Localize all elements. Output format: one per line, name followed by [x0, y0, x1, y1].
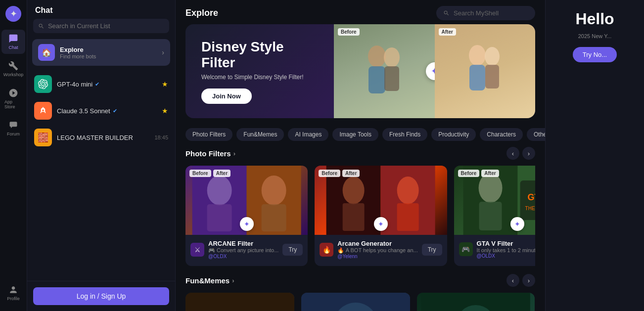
- section-arrow-fun-icon: ›: [232, 277, 234, 284]
- verified-badge-gpt4o: ✔: [95, 81, 99, 88]
- cat-tab-characters[interactable]: Characters: [480, 128, 523, 141]
- card-bot-avatar-arcane2: 🔥: [320, 243, 333, 257]
- chat-item-gpt4o[interactable]: GPT-4o mini ✔ ★: [27, 71, 175, 97]
- cat-tab-others[interactable]: Others: [527, 128, 545, 141]
- section-next-btn-fun[interactable]: ›: [522, 274, 535, 287]
- card-bot-row-arcane2: 🔥 Arcane Generator 🔥 A BOT helps you cha…: [320, 240, 442, 259]
- hero-after-image: After: [435, 24, 536, 118]
- try-now-button[interactable]: Try No...: [573, 47, 617, 62]
- card-ai-tattoo[interactable]: ✦ Tattoo 🎨 AI Tattoo Master Ai Tattoo Ma…: [185, 293, 294, 311]
- svg-point-22: [478, 173, 502, 203]
- hero-before-badge: Before: [338, 28, 360, 36]
- hero-join-button[interactable]: Join Now: [201, 89, 252, 104]
- section-prev-btn-fun[interactable]: ‹: [506, 274, 519, 287]
- chat-time-lego: 18:45: [154, 134, 168, 140]
- card-bot-name-arcane2: Arcane Generator: [337, 240, 417, 247]
- svg-rect-1: [368, 66, 385, 93]
- sidebar-item-appstore[interactable]: App Store: [1, 84, 25, 113]
- sidebar-footer: Log in / Sign Up: [27, 281, 175, 311]
- svg-rect-23: [479, 202, 502, 230]
- section-nav-fun-memes: ‹ ›: [506, 274, 535, 287]
- card-arcane-filter[interactable]: Before After ✦ ⚔: [185, 166, 308, 266]
- main-search-icon: [443, 10, 450, 16]
- card-image-tattoo: ✦ Tattoo: [185, 293, 294, 311]
- hero-images: Before ✦ After: [334, 24, 535, 118]
- sidebar-header: Chat: [27, 0, 175, 19]
- card-image-memes: ✦ 😂: [301, 293, 410, 311]
- card-arcane-generator[interactable]: Before After ✦ 🔥: [315, 166, 447, 266]
- chat-name-gpt4o: GPT-4o mini ✔: [57, 81, 157, 88]
- search-input[interactable]: [48, 22, 164, 30]
- main-header: Explore Search MyShell: [176, 0, 545, 24]
- fun-memes-cards-row: ✦ Tattoo 🎨 AI Tattoo Master Ai Tattoo Ma…: [185, 293, 535, 311]
- cat-tab-image-tools[interactable]: Image Tools: [332, 128, 378, 141]
- section-header-photo-filters: Photo Filters › ‹ ›: [185, 147, 535, 160]
- section-title-photo-filters[interactable]: Photo Filters ›: [185, 149, 235, 158]
- card-moodeng[interactable]: ✦ 🦛 🦛 moodeng So cute. Select Style 1 or…: [417, 293, 535, 311]
- nav-forum-label: Forum: [7, 132, 20, 136]
- nav-chat-label: Chat: [8, 45, 18, 50]
- cat-tab-productivity[interactable]: Productivity: [431, 128, 476, 141]
- chat-item-lego[interactable]: 🧱 LEGO MASTER BUILDER 18:45: [27, 124, 175, 151]
- hero-title: Disney Style Filter: [201, 39, 318, 71]
- card-star-gta: ✦: [510, 217, 524, 231]
- explore-text: Explore Find more bots: [60, 46, 96, 59]
- svg-point-2: [384, 47, 400, 67]
- explore-nav-item[interactable]: 🏠 Explore Find more bots ›: [32, 39, 170, 66]
- card-info-arcane2: 🔥 Arcane Generator 🔥 A BOT helps you cha…: [315, 235, 447, 266]
- svg-text:GTA: GTA: [527, 192, 535, 202]
- chat-item-claude[interactable]: Claude 3.5 Sonnet ✔ ★: [27, 97, 175, 124]
- avatar-gpt4o: [34, 75, 52, 93]
- svg-rect-3: [384, 66, 399, 91]
- svg-rect-11: [207, 204, 232, 231]
- svg-point-18: [397, 177, 419, 204]
- section-fun-memes: Fun&Memes › ‹ › ✦ Tattoo: [176, 274, 545, 311]
- svg-point-12: [262, 176, 286, 205]
- hello-greeting: Hello: [575, 10, 614, 28]
- svg-point-10: [207, 176, 232, 205]
- sidebar-item-chat[interactable]: Chat: [1, 30, 25, 54]
- section-photo-filters: Photo Filters › ‹ › Before After ✦: [176, 147, 545, 274]
- memes-img: 😂: [301, 293, 410, 311]
- chat-info-claude: Claude 3.5 Sonnet ✔: [57, 107, 157, 115]
- svg-point-4: [469, 45, 486, 66]
- explore-subtitle: Find more bots: [60, 53, 96, 59]
- section-prev-btn[interactable]: ‹: [506, 147, 519, 160]
- main-search-bar[interactable]: Search MyShell: [436, 6, 535, 20]
- sidebar-item-profile[interactable]: Profile: [1, 281, 25, 305]
- cat-tab-fresh-finds[interactable]: Fresh Finds: [382, 128, 427, 141]
- card-before-after-gta: Before After: [458, 170, 499, 177]
- left-nav: ✦ Chat Workshop App Store Forum Profile: [0, 0, 27, 311]
- card-before-after-arcane: Before After: [189, 170, 230, 177]
- try-btn-arcane2[interactable]: Try: [422, 244, 442, 256]
- sidebar-item-forum[interactable]: Forum: [1, 116, 25, 140]
- svg-point-6: [485, 47, 500, 66]
- star-icon-gpt4o: ★: [162, 80, 168, 88]
- login-button[interactable]: Log in / Sign Up: [33, 287, 169, 305]
- sidebar-item-workshop[interactable]: Workshop: [1, 57, 25, 81]
- cat-tab-ai-images[interactable]: AI Images: [288, 128, 328, 141]
- section-arrow-icon: ›: [233, 150, 235, 157]
- app-logo[interactable]: ✦: [5, 6, 21, 22]
- main-title: Explore: [185, 8, 218, 18]
- card-star-arcane2: ✦: [374, 217, 388, 231]
- cat-tab-photo-filters[interactable]: Photo Filters: [185, 128, 232, 141]
- chat-info-lego: LEGO MASTER BUILDER: [57, 134, 149, 141]
- search-icon: [38, 23, 45, 30]
- card-super-memes[interactable]: ✦ 😂 😂 Super Memes Uncontrollable funny @…: [301, 293, 410, 311]
- card-bot-avatar-arcane: ⚔: [190, 243, 204, 257]
- try-btn-arcane[interactable]: Try: [282, 244, 303, 256]
- cat-tab-fun-memes[interactable]: Fun&Memes: [236, 128, 284, 141]
- avatar-claude: [34, 102, 52, 120]
- section-header-fun-memes: Fun&Memes › ‹ ›: [185, 274, 535, 287]
- search-bar[interactable]: [33, 19, 169, 33]
- section-title-fun-memes[interactable]: Fun&Memes ›: [185, 276, 234, 285]
- svg-point-0: [368, 45, 386, 67]
- nav-profile-label: Profile: [7, 296, 20, 301]
- hero-banner: Disney Style Filter Welcome to Simple Di…: [185, 24, 535, 118]
- chat-name-lego: LEGO MASTER BUILDER: [57, 134, 149, 141]
- card-gta-filter[interactable]: Before After ✦ GTA THEFT AUTO: [454, 166, 535, 266]
- section-next-btn[interactable]: ›: [522, 147, 535, 160]
- card-info-arcane: ⚔ ARCANE Filter 🎮 Convert any picture in…: [185, 235, 308, 266]
- verified-badge-claude: ✔: [113, 108, 117, 114]
